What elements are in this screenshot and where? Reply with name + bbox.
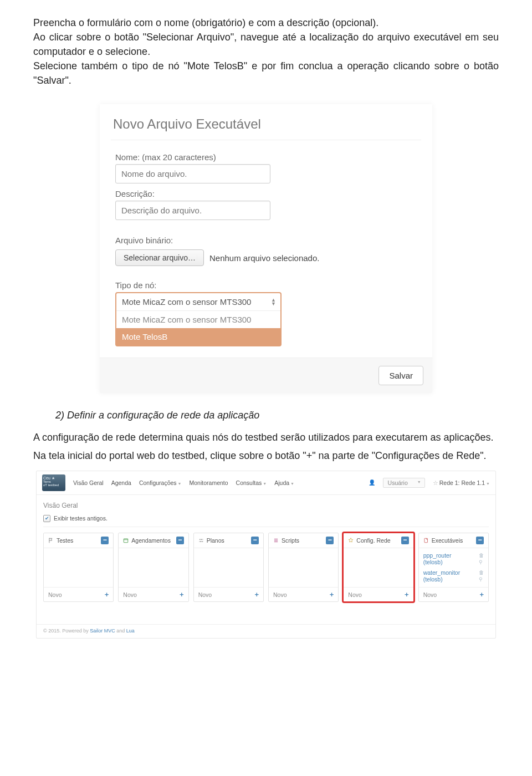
node-type-label: Tipo de nó: [115,280,417,290]
plus-icon: + [254,590,259,599]
exec-item-water-monitor[interactable]: water_monitor (telosb) [423,569,461,583]
footer-link-sailor[interactable]: Sailor MVC [90,628,115,634]
svg-rect-5 [424,538,428,543]
description-input[interactable] [115,201,270,220]
new-executable-form: Novo Arquivo Executável Nome: (max 20 ca… [100,104,432,393]
exec-item-ppp-router[interactable]: ppp_router (telosb) [423,552,452,566]
plus-icon: + [330,590,334,599]
card-executaveis-novo[interactable]: Novo + [419,587,488,601]
link-icon[interactable]: ⚲ [479,559,484,565]
collapse-icon[interactable]: − [101,537,109,544]
description-label: Descrição: [115,189,417,198]
svg-rect-0 [124,539,129,543]
footer-link-lua[interactable]: Lua [126,628,135,634]
card-testes: Testes − Novo + [43,533,114,602]
card-agendamentos: Agendamentos − Novo + [118,533,188,602]
intro-line-2: Ao clicar sobre o botão "Selecionar Arqu… [33,32,499,57]
novo-label: Novo [198,591,212,598]
section-2-heading: 2) Definir a configuração de rede da apl… [55,410,499,421]
nav-consultas[interactable]: Consultas▼ [236,479,267,486]
intro-paragraph: Preencha o formulário com o nome (obriga… [33,16,499,88]
novo-label: Novo [48,591,62,598]
user-icon: 👤 [369,479,375,486]
intro-line-1: Preencha o formulário com o nome (obriga… [33,17,378,28]
brand-logo[interactable]: Céu ★ Terra oT testbed [42,474,65,491]
chevron-down-icon: ▼ [290,482,294,486]
save-button[interactable]: Salvar [378,366,423,385]
card-config-rede: Config. Rede − Novo + [343,533,413,602]
file-status-text: Nenhum arquivo selecionado. [209,253,319,263]
node-type-selected[interactable]: Mote MicaZ com o sensor MTS300 ▲▼ [116,293,280,311]
nav-ajuda[interactable]: Ajuda▼ [274,479,294,486]
card-executaveis-title: Executáveis [432,537,463,544]
user-dropdown[interactable]: Usuário ▼ [383,478,425,488]
binary-file-label: Arquivo binário: [115,236,417,245]
novo-label: Novo [123,591,137,598]
collapse-icon[interactable]: − [476,537,484,544]
star-icon: ☆ [433,479,438,486]
novo-label: Novo [348,591,362,598]
card-scripts: Scripts − Novo + [268,533,339,602]
portal-navbar: Céu ★ Terra oT testbed Visão Geral Agend… [37,471,495,495]
nav-visao-geral[interactable]: Visão Geral [73,479,104,486]
form-title: Novo Arquivo Executável [111,114,421,140]
chevron-down-icon: ▼ [263,482,267,486]
card-testes-novo[interactable]: Novo + [44,587,113,601]
card-planos-novo[interactable]: Novo + [194,587,263,601]
link-icon[interactable]: ⚲ [479,576,484,582]
collapse-icon[interactable]: − [401,537,409,544]
card-testes-title: Testes [57,537,73,544]
flag-icon [48,538,54,543]
novo-label: Novo [423,591,437,598]
sliders-icon [198,538,204,543]
name-input[interactable] [115,164,270,183]
card-agendamentos-title: Agendamentos [131,537,171,544]
collapse-icon[interactable]: − [176,537,184,544]
select-file-button[interactable]: Selecionar arquivo… [115,249,204,266]
name-label: Nome: (max 20 caracteres) [115,152,417,162]
card-config-rede-novo[interactable]: Novo + [344,587,413,601]
trash-icon[interactable]: 🗑 [479,553,484,558]
card-scripts-title: Scripts [282,537,299,544]
chevron-down-icon: ▼ [178,482,182,486]
calendar-icon [123,538,129,543]
portal-footer: © 2015. Powered by Sailor MVC and Lua [37,624,495,638]
node-type-option-telosb[interactable]: Mote TelosB [116,328,280,345]
trash-icon[interactable]: 🗑 [479,570,484,575]
node-type-select[interactable]: Mote MicaZ com o sensor MTS300 ▲▼ Mote M… [115,292,282,346]
node-type-selected-text: Mote MicaZ com o sensor MTS300 [122,297,251,307]
card-planos-title: Planos [207,537,224,544]
page-title: Visão Geral [43,502,489,509]
chevron-down-icon: ▼ [417,480,421,484]
portal-screenshot: Céu ★ Terra oT testbed Visão Geral Agend… [36,471,496,639]
exibir-testes-checkbox[interactable]: ✔ [43,515,50,522]
section-2-paragraph-1: A configuração de rede determina quais n… [33,430,499,445]
exibir-testes-label: Exibir testes antigos. [54,515,108,522]
nav-configuracoes[interactable]: Configurações▼ [139,479,182,486]
footer-year: © 2015. Powered by [43,628,90,634]
user-label: Usuário [388,479,408,486]
nav-rede[interactable]: ☆Rede 1: Rede 1.1▼ [433,479,490,486]
plus-icon: + [479,590,484,599]
card-planos: Planos − Novo + [193,533,264,602]
plus-icon: + [180,590,184,599]
document-icon [423,538,429,543]
card-scripts-novo[interactable]: Novo + [269,587,338,601]
card-agendamentos-novo[interactable]: Novo + [119,587,188,601]
plus-icon: + [105,590,109,599]
node-type-option-micaz[interactable]: Mote MicaZ com o sensor MTS300 [116,311,280,328]
section-2-paragraph-2: Na tela inicial do portal web do testbed… [33,448,499,463]
list-icon [273,538,279,543]
intro-line-3: Selecione também o tipo de nó "Mote Telo… [33,60,499,86]
footer-and: and [115,628,126,634]
brand-line1: Céu ★ [43,476,64,480]
collapse-icon[interactable]: − [326,537,334,544]
plus-icon: + [405,590,409,599]
brand-line3: oT testbed [43,483,64,487]
star-icon [348,538,354,543]
updown-icon: ▲▼ [271,298,276,306]
nav-monitoramento[interactable]: Monitoramento [190,479,228,486]
collapse-icon[interactable]: − [251,537,259,544]
card-config-rede-title: Config. Rede [356,537,390,544]
nav-agenda[interactable]: Agenda [111,479,131,486]
